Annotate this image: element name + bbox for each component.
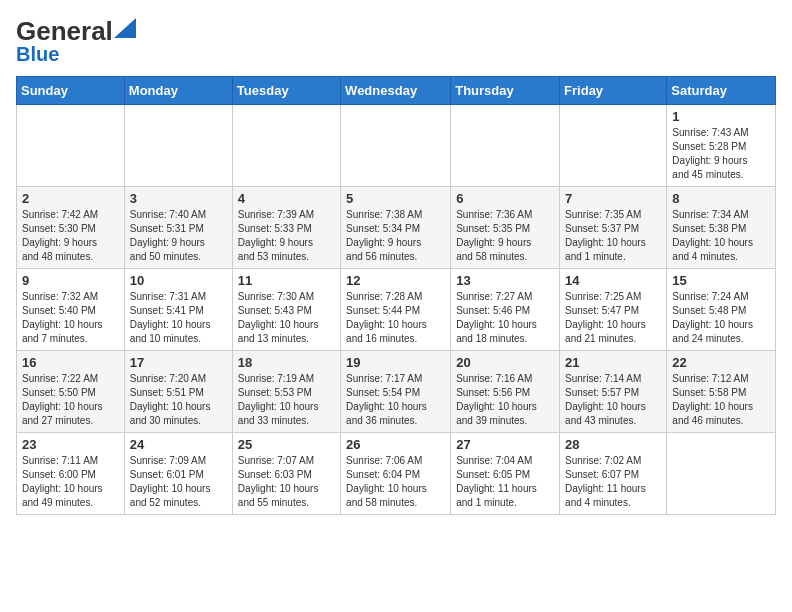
calendar-cell: 1Sunrise: 7:43 AM Sunset: 5:28 PM Daylig… [667, 105, 776, 187]
calendar-cell: 6Sunrise: 7:36 AM Sunset: 5:35 PM Daylig… [451, 187, 560, 269]
day-number: 12 [346, 273, 445, 288]
calendar-cell [341, 105, 451, 187]
day-info: Sunrise: 7:25 AM Sunset: 5:47 PM Dayligh… [565, 290, 661, 346]
day-info: Sunrise: 7:11 AM Sunset: 6:00 PM Dayligh… [22, 454, 119, 510]
day-info: Sunrise: 7:27 AM Sunset: 5:46 PM Dayligh… [456, 290, 554, 346]
calendar-cell [560, 105, 667, 187]
day-number: 10 [130, 273, 227, 288]
day-number: 20 [456, 355, 554, 370]
column-header-tuesday: Tuesday [232, 77, 340, 105]
calendar-cell [667, 433, 776, 515]
calendar-cell: 16Sunrise: 7:22 AM Sunset: 5:50 PM Dayli… [17, 351, 125, 433]
day-info: Sunrise: 7:24 AM Sunset: 5:48 PM Dayligh… [672, 290, 770, 346]
column-header-saturday: Saturday [667, 77, 776, 105]
svg-marker-0 [114, 18, 136, 38]
column-header-monday: Monday [124, 77, 232, 105]
day-number: 1 [672, 109, 770, 124]
calendar-cell: 7Sunrise: 7:35 AM Sunset: 5:37 PM Daylig… [560, 187, 667, 269]
column-header-sunday: Sunday [17, 77, 125, 105]
day-number: 13 [456, 273, 554, 288]
day-number: 4 [238, 191, 335, 206]
day-info: Sunrise: 7:31 AM Sunset: 5:41 PM Dayligh… [130, 290, 227, 346]
day-number: 15 [672, 273, 770, 288]
day-number: 26 [346, 437, 445, 452]
calendar-week-4: 16Sunrise: 7:22 AM Sunset: 5:50 PM Dayli… [17, 351, 776, 433]
day-info: Sunrise: 7:06 AM Sunset: 6:04 PM Dayligh… [346, 454, 445, 510]
day-number: 21 [565, 355, 661, 370]
calendar-cell: 18Sunrise: 7:19 AM Sunset: 5:53 PM Dayli… [232, 351, 340, 433]
day-number: 22 [672, 355, 770, 370]
day-number: 9 [22, 273, 119, 288]
day-info: Sunrise: 7:36 AM Sunset: 5:35 PM Dayligh… [456, 208, 554, 264]
calendar-cell: 17Sunrise: 7:20 AM Sunset: 5:51 PM Dayli… [124, 351, 232, 433]
day-info: Sunrise: 7:43 AM Sunset: 5:28 PM Dayligh… [672, 126, 770, 182]
day-info: Sunrise: 7:30 AM Sunset: 5:43 PM Dayligh… [238, 290, 335, 346]
day-number: 11 [238, 273, 335, 288]
day-number: 16 [22, 355, 119, 370]
day-info: Sunrise: 7:35 AM Sunset: 5:37 PM Dayligh… [565, 208, 661, 264]
calendar-cell: 12Sunrise: 7:28 AM Sunset: 5:44 PM Dayli… [341, 269, 451, 351]
day-info: Sunrise: 7:19 AM Sunset: 5:53 PM Dayligh… [238, 372, 335, 428]
calendar-cell: 27Sunrise: 7:04 AM Sunset: 6:05 PM Dayli… [451, 433, 560, 515]
calendar-cell: 11Sunrise: 7:30 AM Sunset: 5:43 PM Dayli… [232, 269, 340, 351]
day-info: Sunrise: 7:16 AM Sunset: 5:56 PM Dayligh… [456, 372, 554, 428]
day-number: 18 [238, 355, 335, 370]
column-header-friday: Friday [560, 77, 667, 105]
day-info: Sunrise: 7:34 AM Sunset: 5:38 PM Dayligh… [672, 208, 770, 264]
calendar-cell: 13Sunrise: 7:27 AM Sunset: 5:46 PM Dayli… [451, 269, 560, 351]
day-info: Sunrise: 7:20 AM Sunset: 5:51 PM Dayligh… [130, 372, 227, 428]
logo: General Blue [16, 16, 136, 66]
logo-blue-text: Blue [16, 43, 136, 66]
day-number: 28 [565, 437, 661, 452]
calendar-cell [17, 105, 125, 187]
calendar-cell: 10Sunrise: 7:31 AM Sunset: 5:41 PM Dayli… [124, 269, 232, 351]
column-header-wednesday: Wednesday [341, 77, 451, 105]
day-number: 14 [565, 273, 661, 288]
day-number: 7 [565, 191, 661, 206]
day-info: Sunrise: 7:40 AM Sunset: 5:31 PM Dayligh… [130, 208, 227, 264]
calendar-week-1: 1Sunrise: 7:43 AM Sunset: 5:28 PM Daylig… [17, 105, 776, 187]
calendar-cell: 4Sunrise: 7:39 AM Sunset: 5:33 PM Daylig… [232, 187, 340, 269]
calendar-cell: 28Sunrise: 7:02 AM Sunset: 6:07 PM Dayli… [560, 433, 667, 515]
calendar-cell: 14Sunrise: 7:25 AM Sunset: 5:47 PM Dayli… [560, 269, 667, 351]
day-number: 8 [672, 191, 770, 206]
calendar-cell: 3Sunrise: 7:40 AM Sunset: 5:31 PM Daylig… [124, 187, 232, 269]
day-info: Sunrise: 7:02 AM Sunset: 6:07 PM Dayligh… [565, 454, 661, 510]
calendar-cell [232, 105, 340, 187]
day-info: Sunrise: 7:38 AM Sunset: 5:34 PM Dayligh… [346, 208, 445, 264]
day-info: Sunrise: 7:22 AM Sunset: 5:50 PM Dayligh… [22, 372, 119, 428]
day-info: Sunrise: 7:12 AM Sunset: 5:58 PM Dayligh… [672, 372, 770, 428]
day-number: 17 [130, 355, 227, 370]
calendar-cell: 23Sunrise: 7:11 AM Sunset: 6:00 PM Dayli… [17, 433, 125, 515]
column-header-thursday: Thursday [451, 77, 560, 105]
calendar-table: SundayMondayTuesdayWednesdayThursdayFrid… [16, 76, 776, 515]
calendar-cell: 21Sunrise: 7:14 AM Sunset: 5:57 PM Dayli… [560, 351, 667, 433]
calendar-cell: 15Sunrise: 7:24 AM Sunset: 5:48 PM Dayli… [667, 269, 776, 351]
calendar-cell: 25Sunrise: 7:07 AM Sunset: 6:03 PM Dayli… [232, 433, 340, 515]
day-info: Sunrise: 7:17 AM Sunset: 5:54 PM Dayligh… [346, 372, 445, 428]
day-number: 24 [130, 437, 227, 452]
day-info: Sunrise: 7:42 AM Sunset: 5:30 PM Dayligh… [22, 208, 119, 264]
day-info: Sunrise: 7:09 AM Sunset: 6:01 PM Dayligh… [130, 454, 227, 510]
page-header: General Blue [16, 16, 776, 66]
calendar-cell: 9Sunrise: 7:32 AM Sunset: 5:40 PM Daylig… [17, 269, 125, 351]
logo-triangle-icon [114, 18, 136, 38]
day-info: Sunrise: 7:32 AM Sunset: 5:40 PM Dayligh… [22, 290, 119, 346]
calendar-week-2: 2Sunrise: 7:42 AM Sunset: 5:30 PM Daylig… [17, 187, 776, 269]
calendar-cell: 5Sunrise: 7:38 AM Sunset: 5:34 PM Daylig… [341, 187, 451, 269]
calendar-cell: 2Sunrise: 7:42 AM Sunset: 5:30 PM Daylig… [17, 187, 125, 269]
day-info: Sunrise: 7:14 AM Sunset: 5:57 PM Dayligh… [565, 372, 661, 428]
day-info: Sunrise: 7:39 AM Sunset: 5:33 PM Dayligh… [238, 208, 335, 264]
calendar-cell [451, 105, 560, 187]
day-number: 3 [130, 191, 227, 206]
day-info: Sunrise: 7:28 AM Sunset: 5:44 PM Dayligh… [346, 290, 445, 346]
calendar-cell: 20Sunrise: 7:16 AM Sunset: 5:56 PM Dayli… [451, 351, 560, 433]
calendar-week-3: 9Sunrise: 7:32 AM Sunset: 5:40 PM Daylig… [17, 269, 776, 351]
calendar-cell: 8Sunrise: 7:34 AM Sunset: 5:38 PM Daylig… [667, 187, 776, 269]
day-number: 27 [456, 437, 554, 452]
day-number: 2 [22, 191, 119, 206]
day-number: 19 [346, 355, 445, 370]
day-info: Sunrise: 7:04 AM Sunset: 6:05 PM Dayligh… [456, 454, 554, 510]
calendar-week-5: 23Sunrise: 7:11 AM Sunset: 6:00 PM Dayli… [17, 433, 776, 515]
calendar-cell: 19Sunrise: 7:17 AM Sunset: 5:54 PM Dayli… [341, 351, 451, 433]
